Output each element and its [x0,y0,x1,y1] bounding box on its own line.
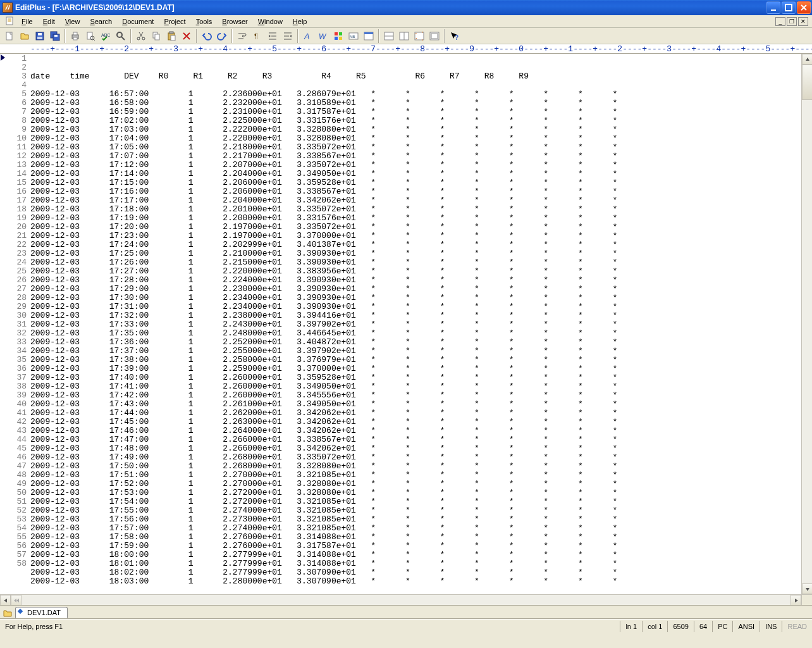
text-line[interactable]: 2009-12-03 16:57:00 1 2.236000e+01 3.286… [30,90,801,99]
split-v-icon[interactable] [397,29,411,43]
browser-mode-icon[interactable]: W [316,29,330,43]
text-line[interactable]: 2009-12-03 17:12:00 1 2.207000e+01 3.335… [30,161,801,170]
text-line[interactable]: 2009-12-03 17:53:00 1 2.272000e+01 3.328… [30,489,801,497]
text-line[interactable]: 2009-12-03 17:44:00 1 2.262000e+01 3.342… [30,409,801,418]
find-icon[interactable] [114,29,128,43]
scroll-up-button[interactable] [802,54,812,65]
scroll-thumb[interactable] [802,65,812,100]
text-line[interactable]: 2009-12-03 17:45:00 1 2.263000e+01 3.342… [30,418,801,427]
text-line[interactable]: 2009-12-03 17:42:00 1 2.260000e+01 3.345… [30,391,801,400]
text-line[interactable]: 2009-12-03 17:56:00 1 2.273000e+01 3.321… [30,515,801,524]
text-line[interactable]: 2009-12-03 17:43:00 1 2.261000e+01 3.349… [30,400,801,409]
text-line[interactable]: 2009-12-03 17:33:00 1 2.243000e+01 3.397… [30,320,801,329]
menubar-doc-icon[interactable] [3,16,16,27]
wordwrap-icon[interactable] [235,29,249,43]
print-icon[interactable] [68,29,82,43]
text-line[interactable]: 2009-12-03 17:48:00 1 2.266000e+01 3.342… [30,444,801,453]
text-line[interactable]: 2009-12-03 18:02:00 1 2.277999e+01 3.307… [30,568,801,577]
context-help-icon[interactable]: ? [448,29,462,43]
text-line[interactable]: 2009-12-03 17:19:00 1 2.200000e+01 3.331… [30,214,801,223]
open-file-icon[interactable] [18,29,32,43]
paste-icon[interactable] [164,29,178,43]
save-all-icon[interactable] [48,29,62,43]
text-line[interactable]: 2009-12-03 17:07:00 1 2.217000e+01 3.338… [30,152,801,161]
close-button[interactable] [797,1,811,14]
color-palette-icon[interactable] [331,29,345,43]
menu-tools[interactable]: Tools [191,16,218,27]
menu-search[interactable]: Search [85,16,117,27]
scroll-track[interactable] [802,65,812,583]
text-line[interactable]: 2009-12-03 17:38:00 1 2.258000e+01 3.376… [30,356,801,364]
text-line[interactable]: 2009-12-03 17:46:00 1 2.264000e+01 3.342… [30,427,801,435]
text-line[interactable]: 2009-12-03 17:31:00 1 2.234000e+01 3.390… [30,302,801,311]
nbsp-icon[interactable]: NB [347,29,360,43]
text-line[interactable]: 2009-12-03 17:29:00 1 2.230000e+01 3.390… [30,285,801,294]
text-line[interactable]: 2009-12-03 17:15:00 1 2.206000e+01 3.359… [30,178,801,187]
text-line[interactable]: 2009-12-03 17:18:00 1 2.201000e+01 3.335… [30,205,801,214]
text-line[interactable]: 2009-12-03 17:50:00 1 2.268000e+01 3.328… [30,462,801,471]
text-line[interactable]: 2009-12-03 17:16:00 1 2.206000e+01 3.338… [30,187,801,196]
text-line[interactable]: 2009-12-03 17:26:00 1 2.215000e+01 3.390… [30,258,801,267]
menu-help[interactable]: Help [288,16,312,27]
text-line[interactable]: 2009-12-03 17:03:00 1 2.222000e+01 3.328… [30,125,801,134]
text-line[interactable]: 2009-12-03 17:41:00 1 2.260000e+01 3.349… [30,382,801,391]
scroll-left-fast-button[interactable] [11,595,22,605]
mdi-minimize-button[interactable]: _ [775,17,785,26]
text-line[interactable]: 2009-12-03 18:00:00 1 2.277999e+01 3.314… [30,551,801,559]
new-file-icon[interactable] [3,29,16,43]
scroll-left-button[interactable] [0,595,11,605]
text-line[interactable]: 2009-12-03 17:59:00 1 2.276000e+01 3.317… [30,542,801,551]
outdent-icon[interactable] [281,29,295,43]
text-line[interactable]: 2009-12-03 18:01:00 1 2.277999e+01 3.314… [30,559,801,568]
text-line[interactable]: 2009-12-03 17:58:00 1 2.276000e+01 3.314… [30,533,801,542]
menu-view[interactable]: View [60,16,85,27]
copy-icon[interactable] [149,29,163,43]
text-line[interactable]: 2009-12-03 17:40:00 1 2.260000e+01 3.359… [30,373,801,382]
menu-edit[interactable]: Edit [38,16,60,27]
scroll-right-button[interactable] [790,595,801,605]
text-line[interactable]: 2009-12-03 17:27:00 1 2.220000e+01 3.383… [30,267,801,276]
indent-icon[interactable] [266,29,280,43]
scroll-down-button[interactable] [802,583,812,594]
text-line[interactable]: 2009-12-03 17:51:00 1 2.270000e+01 3.321… [30,471,801,480]
font-a-icon[interactable]: A [301,29,315,43]
save-icon[interactable] [33,29,47,43]
text-line[interactable]: 2009-12-03 17:20:00 1 2.197000e+01 3.335… [30,223,801,232]
text-line[interactable]: 2009-12-03 17:25:00 1 2.210000e+01 3.390… [30,249,801,258]
text-line[interactable]: 2009-12-03 17:17:00 1 2.204000e+01 3.342… [30,196,801,205]
preview-pane-icon[interactable] [362,29,376,43]
text-line[interactable]: 2009-12-03 17:04:00 1 2.220000e+01 3.328… [30,134,801,143]
mdi-restore-button[interactable]: ❐ [787,17,797,26]
minimize-button[interactable] [766,1,780,14]
mdi-close-button[interactable]: ✕ [798,17,808,26]
fullscreen-icon[interactable] [412,29,426,43]
text-line[interactable]: 2009-12-03 17:23:00 1 2.197000e+01 3.370… [30,232,801,240]
print-preview-icon[interactable] [83,29,97,43]
text-line[interactable]: 2009-12-03 17:24:00 1 2.202999e+01 3.401… [30,240,801,249]
vertical-scrollbar[interactable] [801,54,812,594]
text-line[interactable]: 2009-12-03 17:57:00 1 2.274000e+01 3.321… [30,524,801,533]
undo-icon[interactable] [200,29,214,43]
redo-icon[interactable] [215,29,229,43]
text-line[interactable]: 2009-12-03 16:58:00 1 2.232000e+01 3.310… [30,99,801,108]
text-content[interactable]: date time DEV R0 R1 R2 R3 R4 R5 R6 R7 R8… [30,54,801,594]
cut-icon[interactable] [134,29,148,43]
text-line[interactable]: 2009-12-03 17:39:00 1 2.259000e+01 3.370… [30,364,801,373]
text-line[interactable]: 2009-12-03 17:28:00 1 2.224000e+01 3.390… [30,276,801,285]
document-tab-dev1[interactable]: DEV1.DAT [15,607,68,618]
spellcheck-icon[interactable]: ABC [99,29,113,43]
text-line[interactable]: 2009-12-03 17:47:00 1 2.266000e+01 3.338… [30,435,801,444]
delete-icon[interactable] [180,29,194,43]
horizontal-scrollbar[interactable] [0,594,812,605]
text-line[interactable]: 2009-12-03 17:35:00 1 2.248000e+01 3.446… [30,329,801,338]
menu-browser[interactable]: Browser [217,16,252,27]
text-line[interactable]: 2009-12-03 17:05:00 1 2.218000e+01 3.335… [30,143,801,152]
menu-document[interactable]: Document [117,16,159,27]
split-h-icon[interactable] [382,29,396,43]
menu-file[interactable]: File [16,16,38,27]
text-line[interactable]: 2009-12-03 18:03:00 1 2.280000e+01 3.307… [30,577,801,586]
text-line[interactable]: date time DEV R0 R1 R2 R3 R4 R5 R6 R7 R8… [30,72,801,81]
text-line[interactable]: 2009-12-03 17:55:00 1 2.274000e+01 3.321… [30,506,801,515]
text-line[interactable]: 2009-12-03 17:30:00 1 2.234000e+01 3.390… [30,294,801,302]
text-line[interactable]: 2009-12-03 16:59:00 1 2.231000e+01 3.317… [30,108,801,116]
